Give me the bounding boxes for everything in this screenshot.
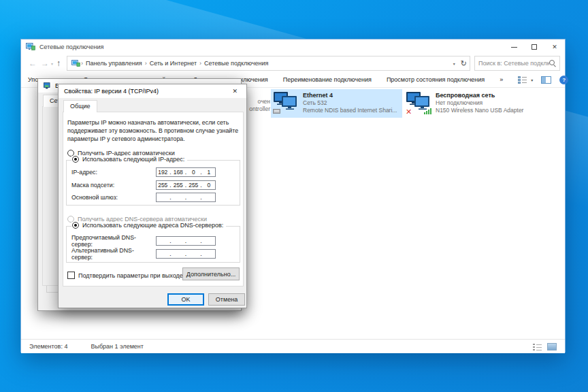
up-button[interactable]: ↑	[54, 59, 63, 68]
connection-device: Remote NDIS based Internet Shari...	[303, 107, 397, 114]
refresh-icon[interactable]: ↻	[461, 59, 467, 68]
preferred-dns-input[interactable]: ...	[156, 236, 216, 246]
title-bar[interactable]: Сетевые подключения ✕	[21, 39, 565, 54]
ok-button[interactable]: OK	[167, 293, 204, 306]
maximize-icon	[532, 44, 537, 50]
toolbar-overflow-button[interactable]: »	[500, 76, 503, 83]
ip-address-label: IP-адрес:	[71, 169, 154, 176]
ethernet-plug-icon	[273, 109, 280, 114]
validate-on-exit-checkbox[interactable]: Подтвердить параметры при выходе	[67, 272, 183, 279]
view-options-icon	[518, 76, 527, 84]
rename-connection-button[interactable]: Переименование подключения	[283, 76, 372, 83]
radio-use-following-ip[interactable]: Использовать следующий IP-адрес:	[71, 156, 187, 163]
alternate-dns-row: Альтернативный DNS-сервер: ...	[71, 247, 216, 261]
advanced-button[interactable]: Дополнительно...	[182, 267, 240, 280]
help-icon[interactable]: ?	[559, 76, 568, 84]
connection-item-ethernet4[interactable]: Ethernet 4 Сеть 532 Remote NDIS based In…	[271, 89, 402, 118]
connection-item-wireless[interactable]: ✕ Беспроводная сеть Нет подключения N150…	[404, 89, 559, 118]
forward-button[interactable]: →	[39, 59, 51, 68]
radio-use-following-dns[interactable]: Использовать следующие адреса DNS-сервер…	[71, 222, 226, 229]
view-options-button[interactable]: ▾	[518, 76, 533, 84]
preferred-dns-row: Предпочитаемый DNS-сервер: ...	[71, 234, 216, 248]
connection-name: Беспроводная сеть	[436, 92, 523, 99]
subnet-mask-row: Маска подсети: 255.255.255.0	[71, 180, 216, 190]
selection-count: Выбран 1 элемент	[91, 343, 144, 350]
network-connections-icon	[26, 43, 35, 51]
connection-status: Сеть 532	[303, 99, 397, 107]
static-dns-groupbox: Использовать следующие адреса DNS-сервер…	[66, 226, 240, 263]
disconnected-x-icon: ✕	[406, 108, 412, 115]
command-bar-right: ▾ ?	[518, 76, 568, 84]
connection-device: N150 Wireless Nano USB Adapter	[436, 107, 523, 114]
back-button[interactable]: ←	[27, 59, 39, 68]
intro-text: Параметры IP можно назначать автоматичес…	[67, 118, 240, 143]
alternate-dns-input[interactable]: ...	[156, 249, 216, 259]
default-gateway-row: Основной шлюз: ...	[71, 193, 216, 202]
ip-address-row: IP-адрес: 192.168.0.1	[71, 167, 216, 177]
preview-pane-icon[interactable]	[541, 76, 551, 84]
chevron-down-icon: ▾	[531, 78, 533, 82]
signal-bars-icon	[424, 108, 431, 114]
address-bar-row: ← → ▾ ↑ › Панель управления › Сеть и Инт…	[21, 54, 565, 72]
window-title: Сетевые подключения	[39, 44, 103, 50]
maximize-button[interactable]	[524, 39, 544, 54]
close-button[interactable]: ✕	[544, 39, 565, 54]
dialog-close-icon[interactable]: ✕	[229, 86, 241, 96]
ip-address-input[interactable]: 192.168.0.1	[156, 167, 216, 177]
connection-status: Нет подключения	[436, 99, 523, 107]
view-status-button[interactable]: Просмотр состояния подключения	[387, 76, 485, 83]
close-icon: ✕	[552, 44, 557, 50]
search-placeholder: Поиск в: Сетевые подключе...	[478, 60, 549, 67]
alternate-dns-label: Альтернативный DNS-сервер:	[71, 247, 154, 261]
preferred-dns-label: Предпочитаемый DNS-сервер:	[71, 234, 154, 248]
subnet-mask-label: Маска подсети:	[71, 182, 154, 189]
minimize-icon	[511, 47, 517, 48]
radio-checked-icon	[72, 156, 79, 163]
caption-buttons: ✕	[504, 39, 565, 54]
breadcrumb-network-connections[interactable]: Сетевые подключения	[202, 60, 270, 67]
radio-checked-icon	[72, 222, 79, 229]
cancel-button[interactable]: Отмена	[208, 293, 245, 306]
ipv4-properties-dialog: Свойства: IP версии 4 (TCP/IPv4) ✕ Общие…	[58, 84, 247, 308]
checkbox-icon	[67, 272, 75, 279]
ipv4-dialog-title-bar[interactable]: Свойства: IP версии 4 (TCP/IPv4) ✕	[59, 84, 246, 98]
default-gateway-input[interactable]: ...	[156, 193, 216, 202]
desktop: Сетевые подключения ✕ ← → ▾ ↑ › Панель у…	[0, 0, 588, 392]
address-location-icon	[71, 60, 80, 67]
static-ip-groupbox: Использовать следующий IP-адрес: IP-адре…	[66, 160, 240, 206]
adapter-dialog-icon	[44, 82, 51, 89]
minimize-button[interactable]	[504, 39, 524, 54]
details-view-icon[interactable]	[533, 343, 542, 350]
tab-general[interactable]: Общие	[63, 100, 97, 112]
breadcrumb-network-internet[interactable]: Сеть и Интернет	[148, 60, 199, 67]
ipv4-dialog-title: Свойства: IP версии 4 (TCP/IPv4)	[64, 88, 159, 95]
address-bar[interactable]: › Панель управления › Сеть и Интернет › …	[67, 56, 470, 71]
search-icon	[549, 60, 556, 67]
thumbnail-view-icon[interactable]	[547, 343, 557, 350]
wireless-adapter-icon: ✕	[406, 91, 433, 116]
connection-name: Ethernet 4	[303, 92, 397, 99]
breadcrumb-control-panel[interactable]: Панель управления	[84, 60, 144, 67]
status-bar: Элементов: 4 Выбран 1 элемент	[21, 339, 565, 353]
items-count: Элементов: 4	[29, 343, 67, 350]
search-input[interactable]: Поиск в: Сетевые подключе...	[474, 56, 560, 71]
ethernet-adapter-icon	[273, 91, 300, 116]
address-dropdown-icon[interactable]: ▾	[453, 61, 455, 66]
subnet-mask-input[interactable]: 255.255.255.0	[156, 180, 216, 190]
default-gateway-label: Основной шлюз:	[71, 194, 154, 201]
